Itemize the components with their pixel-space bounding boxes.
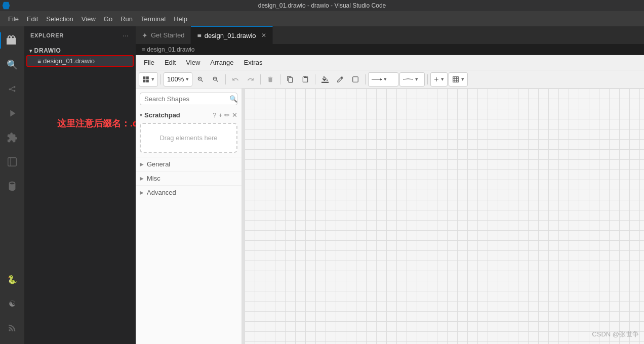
explorer-title: EXPLORER [30, 32, 64, 38]
zoom-dropdown[interactable]: 100% ▾ [164, 72, 192, 87]
menu-view[interactable]: View [77, 14, 100, 24]
shape-category-misc[interactable]: ▶ Misc [136, 171, 242, 185]
sidebar-header: EXPLORER ··· [24, 26, 136, 44]
sidebar-content: ▾ DRAWIO ≡ design_01.drawio 这里注意后缀名：.dra… [24, 44, 136, 344]
svg-rect-9 [353, 76, 358, 82]
misc-arrow-icon: ▶ [140, 176, 144, 181]
shape-category-general[interactable]: ▶ General [136, 157, 242, 171]
drawio-menu-extras[interactable]: Extras [240, 57, 267, 68]
scratchpad-content: Drag elements here [140, 123, 237, 153]
shape-category-advanced[interactable]: ▶ Advanced [136, 185, 242, 199]
scratchpad-actions: ? + ✏ ✕ [213, 111, 237, 119]
editor-area: ✦ Get Started ≡ design_01.drawio ✕ ≡ des… [136, 26, 644, 344]
search-shapes-input[interactable] [144, 95, 229, 103]
fill-color-button[interactable] [318, 72, 332, 87]
toolbar-separator-2 [225, 74, 226, 84]
breadcrumb: ≡ design_01.drawio [136, 44, 644, 55]
menu-terminal[interactable]: Terminal [137, 14, 170, 24]
paste-style-button[interactable] [298, 72, 312, 87]
extensions-activity-icon[interactable] [0, 125, 24, 150]
table-dropdown[interactable]: ▾ [449, 72, 468, 87]
toolbar-separator-7 [427, 74, 428, 84]
drawio-container: ≡ design_01.drawio File Edit View Arrang… [136, 44, 644, 344]
scratchpad-edit-button[interactable]: ✏ [224, 111, 230, 119]
drawio-toolbar: ▾ 100% ▾ [136, 70, 644, 89]
menu-edit[interactable]: Edit [23, 14, 42, 24]
advanced-arrow-icon: ▶ [140, 190, 144, 195]
explorer-activity-icon[interactable] [0, 28, 24, 53]
watermark: CSDN @张世争 [592, 330, 639, 339]
scratchpad-add-button[interactable]: + [218, 111, 222, 119]
svg-rect-5 [143, 76, 145, 79]
copy-style-button[interactable] [283, 72, 297, 87]
menu-help[interactable]: Help [170, 14, 191, 24]
tab-get-started[interactable]: ✦ Get Started [136, 26, 191, 44]
drawio-menu-arrange[interactable]: Arrange [206, 57, 237, 68]
drawio-section-label[interactable]: ▾ DRAWIO [26, 46, 134, 55]
svg-rect-6 [146, 76, 149, 79]
annotation-text: 这里注意后缀名：.drawio [57, 117, 136, 130]
database-activity-icon[interactable] [0, 174, 24, 198]
scratchpad-title: Scratchpad [144, 111, 213, 119]
svg-rect-3 [8, 158, 17, 166]
python-activity-icon[interactable]: 🐍 [0, 267, 24, 291]
run-activity-icon[interactable] [0, 101, 24, 125]
redo-button[interactable] [244, 72, 258, 87]
remote-explorer-activity-icon[interactable] [0, 150, 24, 174]
toolbar-separator-4 [280, 74, 280, 84]
scratchpad-arrow: ▾ [140, 112, 142, 118]
menu-bar: File Edit Selection View Go Run Terminal… [0, 11, 644, 26]
menu-go[interactable]: Go [100, 14, 116, 24]
scratchpad-close-button[interactable]: ✕ [232, 111, 237, 119]
stroke-color-button[interactable] [333, 72, 347, 87]
drawio-file-item[interactable]: ≡ design_01.drawio [26, 55, 134, 67]
tab-drawio-file[interactable]: ≡ design_01.drawio ✕ [191, 26, 272, 44]
connection-dropdown[interactable]: ▾ [368, 72, 398, 87]
sidebar-more-button[interactable]: ··· [122, 30, 130, 40]
svg-rect-7 [143, 79, 145, 82]
drawio-menubar: File Edit View Arrange Extras [136, 55, 644, 70]
menu-run[interactable]: Run [116, 14, 137, 24]
shapes-panel: 🔍 ▾ Scratchpad ? + ✏ ✕ Dr [136, 89, 242, 344]
toolbar-separator-1 [160, 74, 161, 84]
search-icon: 🔍 [229, 95, 237, 103]
scratchpad-header[interactable]: ▾ Scratchpad ? + ✏ ✕ [136, 109, 242, 121]
drawio-menu-file[interactable]: File [140, 57, 158, 68]
search-box[interactable]: 🔍 [140, 93, 237, 105]
scratchpad-help-button[interactable]: ? [213, 111, 216, 119]
drawio-menu-edit[interactable]: Edit [160, 57, 180, 68]
svg-rect-8 [146, 79, 149, 82]
close-tab-button[interactable]: ✕ [261, 32, 266, 39]
title-bar: design_01.drawio - drawio - Visual Studi… [0, 0, 644, 11]
undo-button[interactable] [228, 72, 243, 87]
activity-bar: 🔍 [0, 26, 24, 344]
settings-activity-icon[interactable]: ☯ [0, 291, 24, 316]
title-text: design_01.drawio - drawio - Visual Studi… [258, 2, 386, 9]
sidebar: EXPLORER ··· ▾ DRAWIO ≡ design_01.drawio [24, 26, 136, 344]
rss-activity-icon[interactable] [0, 316, 24, 340]
source-control-activity-icon[interactable] [0, 77, 24, 101]
drawio-tab-icon: ≡ [197, 31, 201, 39]
line-style-dropdown[interactable]: ▾ [399, 72, 425, 87]
drawio-menu-view[interactable]: View [182, 57, 204, 68]
toolbar-separator-6 [365, 74, 366, 84]
menu-selection[interactable]: Selection [42, 14, 77, 24]
svg-rect-12 [453, 76, 458, 82]
file-icon: ≡ [37, 58, 41, 65]
zoom-in-button[interactable] [193, 72, 208, 87]
svg-marker-11 [381, 78, 382, 80]
shape-style-button[interactable] [348, 72, 363, 87]
svg-line-1 [10, 87, 13, 90]
drawio-canvas[interactable]: CSDN @张世争 [245, 89, 644, 344]
search-activity-icon[interactable]: 🔍 [0, 53, 24, 77]
menu-file[interactable]: File [4, 14, 23, 24]
zoom-out-button[interactable] [209, 72, 223, 87]
tab-bar: ✦ Get Started ≡ design_01.drawio ✕ [136, 26, 644, 44]
format-toggle[interactable]: ▾ [139, 72, 158, 87]
get-started-tab-icon: ✦ [142, 31, 148, 39]
add-dropdown[interactable]: + ▾ [430, 72, 447, 87]
svg-marker-0 [3, 2, 10, 9]
delete-button[interactable] [263, 72, 277, 87]
toolbar-separator-5 [315, 74, 315, 84]
general-arrow-icon: ▶ [140, 161, 144, 167]
